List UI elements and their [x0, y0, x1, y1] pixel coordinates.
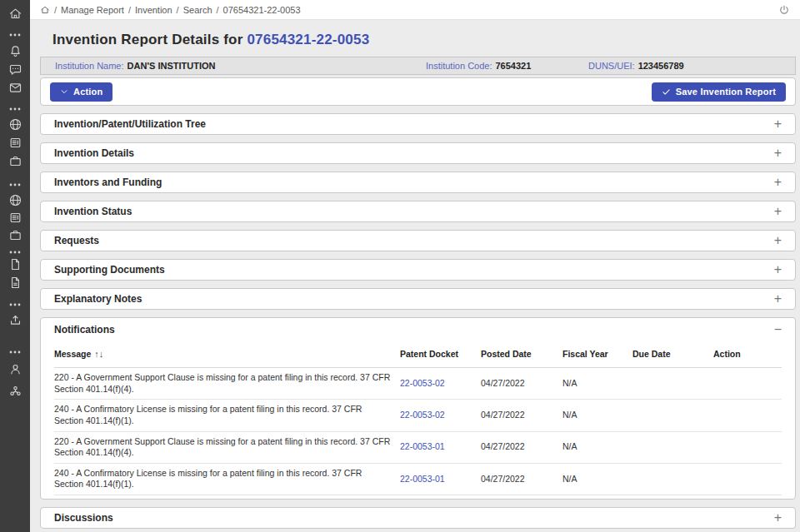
- institution-name-field: Institution Name: DAN'S INSTITUTION: [55, 61, 426, 71]
- due-date-cell: [632, 463, 713, 495]
- breadcrumb-item-manage-report[interactable]: Manage Report: [61, 5, 124, 15]
- message-cell: 220 - A Government Support Clause is mis…: [54, 368, 400, 400]
- institution-name-label: Institution Name:: [55, 61, 124, 71]
- upload-icon[interactable]: [8, 312, 22, 327]
- notification-row: 220 - A Government Support Clause is mis…: [54, 368, 782, 400]
- breadcrumb-separator: /: [128, 5, 131, 15]
- posted-date-cell: 04/27/2022: [481, 368, 562, 400]
- file-report-icon[interactable]: [8, 275, 22, 290]
- sort-icon[interactable]: ↑↓: [94, 349, 103, 359]
- fiscal-year-cell: N/A: [562, 463, 632, 495]
- action-cell: [713, 431, 782, 463]
- duns-uei-label: DUNS/UEI:: [588, 61, 635, 71]
- breadcrumb-separator: /: [217, 5, 219, 15]
- globe-icon[interactable]: [8, 192, 22, 207]
- section-title: Invention Status: [54, 206, 132, 217]
- action-button[interactable]: Action: [50, 82, 112, 102]
- section-invention-patent-utilization-tree[interactable]: Invention/Patent/Utilization Tree +: [40, 113, 796, 135]
- chevron-down-icon: [60, 87, 68, 96]
- expand-icon[interactable]: +: [774, 147, 782, 160]
- section-discussions[interactable]: Discussions +: [40, 507, 796, 529]
- breadcrumb-item-invention[interactable]: Invention: [135, 5, 172, 15]
- document-icon[interactable]: [8, 135, 22, 150]
- message-cell: 240 - A Confirmatory License is missing …: [54, 463, 400, 495]
- section-invention-details[interactable]: Invention Details +: [40, 142, 796, 164]
- document-icon[interactable]: [8, 210, 22, 225]
- patent-docket-link[interactable]: 22-0053-01: [400, 474, 445, 484]
- patent-docket-link[interactable]: 22-0053-02: [400, 378, 445, 388]
- file-icon[interactable]: [8, 256, 22, 271]
- power-icon[interactable]: [778, 4, 790, 16]
- message-cell: 220 - A Government Support Clause is mis…: [54, 431, 400, 463]
- home-icon[interactable]: [8, 6, 22, 21]
- section-title: Discussions: [54, 512, 113, 524]
- section-title: Supporting Documents: [54, 264, 165, 276]
- globe-icon[interactable]: [8, 117, 22, 132]
- bell-icon[interactable]: [8, 43, 22, 58]
- toolbar: Action Save Invention Report: [40, 77, 796, 106]
- patent-docket-link[interactable]: 22-0053-01: [400, 441, 445, 451]
- save-button-label: Save Invention Report: [676, 87, 776, 97]
- section-title: Notifications: [54, 324, 115, 336]
- expand-icon[interactable]: +: [774, 176, 782, 189]
- section-notifications: Notifications − Message↑↓ Patent Docket …: [40, 317, 796, 500]
- section-inventors-and-funding[interactable]: Inventors and Funding +: [40, 172, 796, 193]
- briefcase-icon[interactable]: [8, 227, 22, 242]
- duns-uei-field: DUNS/UEI: 123456789: [588, 61, 684, 71]
- top-bar: / Manage Report / Invention / Search / 0…: [30, 0, 800, 20]
- section-title: Requests: [54, 235, 99, 246]
- due-date-cell: [632, 431, 713, 463]
- section-title: Invention/Patent/Utilization Tree: [54, 118, 206, 130]
- section-invention-status[interactable]: Invention Status +: [40, 201, 796, 222]
- expand-icon[interactable]: +: [774, 292, 782, 306]
- message-cell: 240 - A Confirmatory License is missing …: [54, 400, 400, 431]
- breadcrumb-item-search[interactable]: Search: [183, 5, 212, 15]
- due-date-cell: [632, 368, 713, 400]
- notifications-table-wrap: Message↑↓ Patent Docket Posted Date Fisc…: [41, 341, 795, 495]
- expand-icon[interactable]: +: [774, 234, 782, 247]
- briefcase-icon[interactable]: [8, 153, 22, 168]
- content: Invention Report Details for 07654321-22…: [30, 32, 800, 529]
- breadcrumb-item-report-number[interactable]: 07654321-22-0053: [223, 5, 301, 15]
- posted-date-cell: 04/27/2022: [481, 463, 562, 495]
- institution-name-value: DAN'S INSTITUTION: [128, 61, 216, 71]
- page-title-report-number: 07654321-22-0053: [247, 32, 369, 47]
- ellipsis-icon: [8, 177, 22, 192]
- section-requests[interactable]: Requests +: [40, 230, 796, 251]
- column-header-fiscal-year: Fiscal Year: [562, 341, 632, 368]
- person-icon[interactable]: [8, 361, 22, 376]
- page-title-text: Invention Report Details for: [52, 32, 247, 47]
- fiscal-year-cell: N/A: [562, 368, 632, 400]
- expand-icon[interactable]: +: [774, 511, 782, 525]
- chat-icon[interactable]: [8, 62, 22, 77]
- action-button-label: Action: [73, 87, 102, 97]
- collapse-icon[interactable]: −: [774, 323, 782, 336]
- breadcrumb-home-icon[interactable]: [40, 5, 50, 15]
- column-label: Message: [54, 349, 91, 359]
- expand-icon[interactable]: +: [774, 205, 782, 218]
- ellipsis-icon: [8, 102, 22, 117]
- page-title: Invention Report Details for 07654321-22…: [52, 32, 796, 48]
- fiscal-year-cell: N/A: [562, 431, 632, 463]
- institution-code-value: 7654321: [496, 61, 532, 71]
- org-chart-icon[interactable]: [8, 383, 22, 398]
- notification-row: 240 - A Confirmatory License is missing …: [54, 463, 782, 495]
- patent-docket-cell: 22-0053-02: [400, 368, 481, 400]
- notification-row: 240 - A Confirmatory License is missing …: [54, 400, 782, 431]
- patent-docket-cell: 22-0053-01: [400, 463, 481, 495]
- section-explanatory-notes[interactable]: Explanatory Notes +: [40, 288, 796, 310]
- envelope-icon[interactable]: [8, 80, 22, 95]
- institution-code-label: Institution Code:: [426, 61, 492, 71]
- column-header-action: Action: [713, 341, 782, 368]
- action-cell: [713, 368, 782, 400]
- expand-icon[interactable]: +: [774, 117, 782, 131]
- expand-icon[interactable]: +: [774, 263, 782, 276]
- notifications-header[interactable]: Notifications −: [41, 318, 795, 341]
- posted-date-cell: 04/27/2022: [481, 400, 562, 431]
- posted-date-cell: 04/27/2022: [481, 431, 562, 463]
- fiscal-year-cell: N/A: [562, 400, 632, 431]
- patent-docket-cell: 22-0053-02: [400, 400, 481, 431]
- patent-docket-link[interactable]: 22-0053-02: [400, 410, 445, 420]
- save-invention-report-button[interactable]: Save Invention Report: [652, 82, 786, 102]
- section-supporting-documents[interactable]: Supporting Documents +: [40, 259, 796, 281]
